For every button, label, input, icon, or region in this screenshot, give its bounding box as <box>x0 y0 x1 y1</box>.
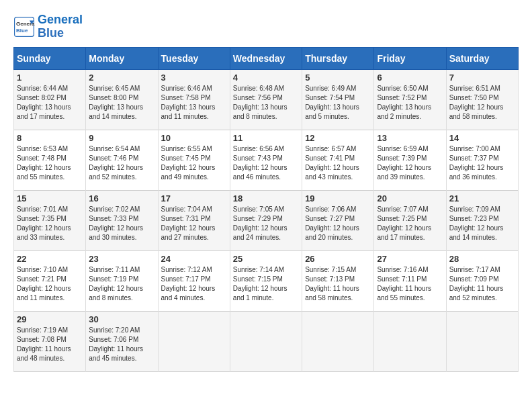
day-cell <box>374 311 446 371</box>
header-cell-thursday: Thursday <box>302 47 374 69</box>
week-row-1: 1Sunrise: 6:44 AM Sunset: 8:02 PM Daylig… <box>14 69 519 130</box>
day-number: 12 <box>305 133 371 143</box>
day-info: Sunrise: 7:12 AM Sunset: 7:17 PM Dayligh… <box>161 265 227 303</box>
day-cell: 27Sunrise: 7:16 AM Sunset: 7:11 PM Dayli… <box>374 250 446 311</box>
week-row-4: 22Sunrise: 7:10 AM Sunset: 7:21 PM Dayli… <box>14 250 519 311</box>
header-cell-sunday: Sunday <box>14 47 86 69</box>
day-cell: 4Sunrise: 6:48 AM Sunset: 7:56 PM Daylig… <box>230 69 302 130</box>
day-info: Sunrise: 6:44 AM Sunset: 8:02 PM Dayligh… <box>17 84 83 122</box>
day-number: 25 <box>233 254 299 264</box>
svg-text:Blue: Blue <box>16 28 28 34</box>
header-cell-tuesday: Tuesday <box>158 47 230 69</box>
day-cell: 25Sunrise: 7:14 AM Sunset: 7:15 PM Dayli… <box>230 250 302 311</box>
day-cell <box>230 311 302 371</box>
day-cell: 1Sunrise: 6:44 AM Sunset: 8:02 PM Daylig… <box>14 69 86 130</box>
day-cell: 18Sunrise: 7:05 AM Sunset: 7:29 PM Dayli… <box>230 190 302 250</box>
day-cell: 23Sunrise: 7:11 AM Sunset: 7:19 PM Dayli… <box>86 250 158 311</box>
day-number: 10 <box>161 133 227 143</box>
day-info: Sunrise: 6:56 AM Sunset: 7:43 PM Dayligh… <box>233 144 299 182</box>
day-cell: 26Sunrise: 7:15 AM Sunset: 7:13 PM Dayli… <box>302 250 374 311</box>
day-info: Sunrise: 7:09 AM Sunset: 7:23 PM Dayligh… <box>449 205 515 242</box>
day-cell: 17Sunrise: 7:04 AM Sunset: 7:31 PM Dayli… <box>158 190 230 250</box>
day-number: 28 <box>449 254 515 264</box>
day-number: 14 <box>449 133 515 143</box>
day-number: 19 <box>305 193 371 203</box>
logo: General Blue GeneralBlue <box>13 13 83 40</box>
day-cell: 20Sunrise: 7:07 AM Sunset: 7:25 PM Dayli… <box>374 190 446 250</box>
day-info: Sunrise: 6:45 AM Sunset: 8:00 PM Dayligh… <box>89 84 154 122</box>
day-number: 7 <box>449 73 515 83</box>
day-info: Sunrise: 7:11 AM Sunset: 7:19 PM Dayligh… <box>89 265 154 303</box>
day-number: 18 <box>233 193 299 203</box>
day-number: 2 <box>89 73 154 83</box>
day-cell: 5Sunrise: 6:49 AM Sunset: 7:54 PM Daylig… <box>302 69 374 130</box>
week-row-5: 29Sunrise: 7:19 AM Sunset: 7:08 PM Dayli… <box>14 311 519 371</box>
day-number: 15 <box>17 193 83 203</box>
day-cell: 24Sunrise: 7:12 AM Sunset: 7:17 PM Dayli… <box>158 250 230 311</box>
day-cell: 16Sunrise: 7:02 AM Sunset: 7:33 PM Dayli… <box>86 190 158 250</box>
day-cell: 15Sunrise: 7:01 AM Sunset: 7:35 PM Dayli… <box>14 190 86 250</box>
day-number: 26 <box>305 254 371 264</box>
day-cell: 6Sunrise: 6:50 AM Sunset: 7:52 PM Daylig… <box>374 69 446 130</box>
day-number: 4 <box>233 73 299 83</box>
day-number: 5 <box>305 73 371 83</box>
day-info: Sunrise: 7:05 AM Sunset: 7:29 PM Dayligh… <box>233 205 299 242</box>
day-cell: 28Sunrise: 7:17 AM Sunset: 7:09 PM Dayli… <box>446 250 518 311</box>
day-number: 9 <box>89 133 154 143</box>
day-info: Sunrise: 7:15 AM Sunset: 7:13 PM Dayligh… <box>305 265 371 303</box>
day-number: 21 <box>449 193 515 203</box>
header-cell-wednesday: Wednesday <box>230 47 302 69</box>
day-info: Sunrise: 7:20 AM Sunset: 7:06 PM Dayligh… <box>89 326 154 363</box>
day-info: Sunrise: 6:46 AM Sunset: 7:58 PM Dayligh… <box>161 84 227 122</box>
day-info: Sunrise: 6:57 AM Sunset: 7:41 PM Dayligh… <box>305 144 371 182</box>
day-info: Sunrise: 6:48 AM Sunset: 7:56 PM Dayligh… <box>233 84 299 122</box>
day-number: 27 <box>377 254 443 264</box>
day-info: Sunrise: 7:06 AM Sunset: 7:27 PM Dayligh… <box>305 205 371 242</box>
day-info: Sunrise: 6:55 AM Sunset: 7:45 PM Dayligh… <box>161 144 227 182</box>
header-cell-saturday: Saturday <box>446 47 518 69</box>
calendar-header: SundayMondayTuesdayWednesdayThursdayFrid… <box>14 47 519 69</box>
day-cell: 9Sunrise: 6:54 AM Sunset: 7:46 PM Daylig… <box>86 130 158 190</box>
calendar-body: 1Sunrise: 6:44 AM Sunset: 8:02 PM Daylig… <box>14 69 519 371</box>
day-cell: 30Sunrise: 7:20 AM Sunset: 7:06 PM Dayli… <box>86 311 158 371</box>
day-cell: 21Sunrise: 7:09 AM Sunset: 7:23 PM Dayli… <box>446 190 518 250</box>
logo-text: GeneralBlue <box>38 13 83 40</box>
day-cell <box>302 311 374 371</box>
day-info: Sunrise: 7:16 AM Sunset: 7:11 PM Dayligh… <box>377 265 443 303</box>
day-cell: 8Sunrise: 6:53 AM Sunset: 7:48 PM Daylig… <box>14 130 86 190</box>
day-info: Sunrise: 6:53 AM Sunset: 7:48 PM Dayligh… <box>17 144 83 182</box>
page-header: General Blue GeneralBlue <box>13 13 519 40</box>
day-number: 11 <box>233 133 299 143</box>
day-cell: 2Sunrise: 6:45 AM Sunset: 8:00 PM Daylig… <box>86 69 158 130</box>
day-cell <box>446 311 518 371</box>
day-info: Sunrise: 7:17 AM Sunset: 7:09 PM Dayligh… <box>449 265 515 303</box>
day-info: Sunrise: 7:02 AM Sunset: 7:33 PM Dayligh… <box>89 205 154 242</box>
day-cell: 13Sunrise: 6:59 AM Sunset: 7:39 PM Dayli… <box>374 130 446 190</box>
day-cell: 7Sunrise: 6:51 AM Sunset: 7:50 PM Daylig… <box>446 69 518 130</box>
day-info: Sunrise: 6:54 AM Sunset: 7:46 PM Dayligh… <box>89 144 154 182</box>
header-cell-friday: Friday <box>374 47 446 69</box>
day-info: Sunrise: 6:50 AM Sunset: 7:52 PM Dayligh… <box>377 84 443 122</box>
day-number: 29 <box>17 314 83 324</box>
day-info: Sunrise: 7:00 AM Sunset: 7:37 PM Dayligh… <box>449 144 515 182</box>
day-cell: 3Sunrise: 6:46 AM Sunset: 7:58 PM Daylig… <box>158 69 230 130</box>
day-number: 13 <box>377 133 443 143</box>
day-number: 22 <box>17 254 83 264</box>
header-row: SundayMondayTuesdayWednesdayThursdayFrid… <box>14 47 519 69</box>
day-info: Sunrise: 7:01 AM Sunset: 7:35 PM Dayligh… <box>17 205 83 242</box>
day-info: Sunrise: 7:19 AM Sunset: 7:08 PM Dayligh… <box>17 326 83 363</box>
day-cell: 12Sunrise: 6:57 AM Sunset: 7:41 PM Dayli… <box>302 130 374 190</box>
day-cell: 19Sunrise: 7:06 AM Sunset: 7:27 PM Dayli… <box>302 190 374 250</box>
week-row-2: 8Sunrise: 6:53 AM Sunset: 7:48 PM Daylig… <box>14 130 519 190</box>
day-cell: 10Sunrise: 6:55 AM Sunset: 7:45 PM Dayli… <box>158 130 230 190</box>
header-cell-monday: Monday <box>86 47 158 69</box>
day-number: 6 <box>377 73 443 83</box>
day-number: 30 <box>89 314 154 324</box>
day-info: Sunrise: 6:59 AM Sunset: 7:39 PM Dayligh… <box>377 144 443 182</box>
day-number: 17 <box>161 193 227 203</box>
day-number: 8 <box>17 133 83 143</box>
day-number: 16 <box>89 193 154 203</box>
day-number: 3 <box>161 73 227 83</box>
day-cell: 22Sunrise: 7:10 AM Sunset: 7:21 PM Dayli… <box>14 250 86 311</box>
day-info: Sunrise: 7:14 AM Sunset: 7:15 PM Dayligh… <box>233 265 299 303</box>
